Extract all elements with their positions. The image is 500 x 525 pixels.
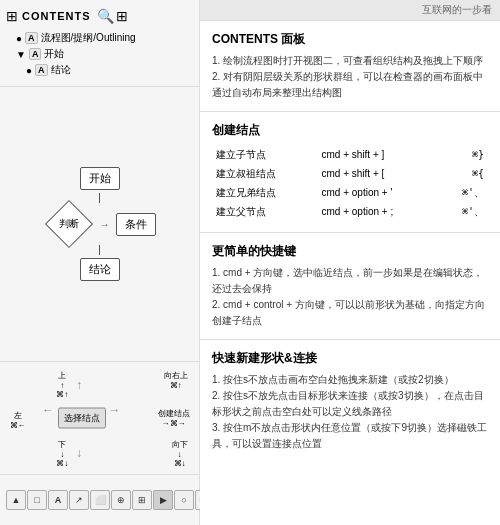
bullet-icon: ● [16, 33, 22, 44]
nav-left-label: 左 [10, 410, 26, 421]
toolbar-line-btn[interactable]: ↗ [69, 490, 89, 510]
contents-header: ⊞ CONTENTS 🔍 ⊞ [6, 8, 193, 24]
contents-title: CONTENTS [22, 10, 91, 22]
section3-title: 更简单的快捷键 [212, 243, 488, 260]
nav-bottom: 下 ↓⌘↓ [56, 439, 68, 468]
shortcut-row-4: 建立父节点 cmd + option + ; ⌘'、 [214, 203, 486, 220]
shortcut-action-1: 建立子节点 [214, 146, 317, 163]
nav-bottom-kbd: ↓⌘↓ [56, 450, 68, 468]
create-node-kbd: →⌘→ [158, 419, 190, 428]
arrow-left-icon: ← [42, 403, 54, 417]
fc-arrow-1 [99, 193, 101, 203]
fc-node-condition: 条件 [116, 213, 156, 236]
shortcut-keys-4: cmd + option + ; [319, 203, 441, 220]
shortcut-symbol-4: ⌘'、 [444, 203, 486, 220]
shortcut-keys-2: cmd + shift + [ [319, 165, 441, 182]
section4-title: 快速新建形状&连接 [212, 350, 488, 367]
toolbar-section: ▲ □ A ↗ ⬜ ⊕ ⊞ ▶ ○ 🔍 ⊕ 1 2 3 [0, 475, 199, 525]
flowchart-section: 开始 判断 → 条件 结论 [0, 87, 199, 362]
nav-top-label: 上 [56, 370, 68, 381]
nav-topright-kbd: ⌘↑ [164, 381, 188, 390]
shortcut-row-1: 建立子节点 cmd + shift + ] ⌘} [214, 146, 486, 163]
banner-text: 互联网的一步看 [422, 4, 492, 15]
top-banner: 互联网的一步看 [200, 0, 500, 21]
fc-node-start: 开始 [80, 167, 120, 190]
create-node-label: 创建结点 [158, 408, 190, 419]
right-section-create: 创建结点 建立子节点 cmd + shift + ] ⌘} 建立叔祖结点 cmd… [200, 112, 500, 233]
section1-title: CONTENTS 面板 [212, 31, 488, 48]
toolbar-plus-btn[interactable]: ⊕ [111, 490, 131, 510]
nav-bottomright-label: 向下 [172, 439, 188, 450]
section1-text: 1. 绘制流程图时打开视图二，可查看组织结构及拖拽上下顺序 2. 对有阴阳层级关… [212, 53, 488, 101]
fc-diamond-judge: 判断 [59, 217, 79, 231]
shortcut-action-4: 建立父节点 [214, 203, 317, 220]
toolbar-play-btn[interactable]: ▶ [153, 490, 173, 510]
shortcut-symbol-2: ⌘{ [444, 165, 486, 182]
nav-center: 选择结点 [58, 408, 106, 429]
tree-item-flow[interactable]: ● A 流程图/提纲/Outlining [6, 30, 193, 46]
expand-icon: ▼ [16, 49, 26, 60]
grid-icon[interactable]: ⊞ [116, 8, 128, 24]
fc-row-judge: 判断 → 条件 [44, 206, 156, 242]
shortcut-row-2: 建立叔祖结点 cmd + shift + [ ⌘{ [214, 165, 486, 182]
toolbar-rect-btn[interactable]: □ [27, 490, 47, 510]
nav-right: 创建结点 →⌘→ [158, 408, 190, 428]
arrow-right-icon: → [109, 403, 121, 417]
right-section-contents: CONTENTS 面板 1. 绘制流程图时打开视图二，可查看组织结构及拖拽上下顺… [200, 21, 500, 112]
nav-bottomright-kbd: ↓⌘↓ [172, 450, 188, 468]
nav-topright-label: 向右上 [164, 370, 188, 381]
section2-title: 创建结点 [212, 122, 488, 139]
header-icons: 🔍 ⊞ [97, 8, 128, 24]
flowchart: 开始 判断 → 条件 结论 [44, 167, 156, 281]
nav-top-kbd: ↑⌘↑ [56, 381, 68, 399]
shortcut-symbol-1: ⌘} [444, 146, 486, 163]
shortcut-action-3: 建立兄弟结点 [214, 184, 317, 201]
arrow-up-icon: ↑ [76, 378, 82, 392]
toolbar-circle-btn[interactable]: ○ [174, 490, 194, 510]
section3-text: 1. cmd + 方向键，选中临近结点，前一步如果是在编辑状态，还过去会保持 2… [212, 265, 488, 329]
search-icon[interactable]: 🔍 [97, 8, 114, 24]
contents-section: ⊞ CONTENTS 🔍 ⊞ ● A 流程图/提纲/Outlining ▼ A … [0, 0, 199, 87]
nav-bottom-label: 下 [56, 439, 68, 450]
nav-left-kbd: ⌘← [10, 421, 26, 430]
toolbar-text-btn[interactable]: A [48, 490, 68, 510]
bullet-sub-icon: ● [26, 65, 32, 76]
shortcut-row-3: 建立兄弟结点 cmd + option + ' ⌘'、 [214, 184, 486, 201]
shortcut-action-2: 建立叔祖结点 [214, 165, 317, 182]
nav-bottom-right: 向下 ↓⌘↓ [172, 439, 188, 468]
nav-top-right: 向右上 ⌘↑ [164, 370, 188, 390]
tree-item-start[interactable]: ▼ A 开始 [6, 46, 193, 62]
nav-shortcut-section: 选择结点 上 ↑⌘↑ 向右上 ⌘↑ 左 ⌘← [0, 362, 199, 475]
left-panel: ⊞ CONTENTS 🔍 ⊞ ● A 流程图/提纲/Outlining ▼ A … [0, 0, 200, 525]
tree-item-conclusion[interactable]: ● A 结论 [6, 62, 193, 78]
shortcut-table: 建立子节点 cmd + shift + ] ⌘} 建立叔祖结点 cmd + sh… [212, 144, 488, 222]
toolbar-shape2-btn[interactable]: ⬜ [90, 490, 110, 510]
fc-arrow-right: → [100, 219, 110, 230]
tree-label-start: 开始 [44, 47, 64, 61]
fc-node-conclusion: 结论 [80, 258, 120, 281]
nav-top: 上 ↑⌘↑ [56, 370, 68, 399]
arrow-down-icon: ↓ [76, 446, 82, 460]
shortcut-keys-1: cmd + shift + ] [319, 146, 441, 163]
toolbar-select-btn[interactable]: ▲ [6, 490, 26, 510]
right-panel: 互联网的一步看 CONTENTS 面板 1. 绘制流程图时打开视图二，可查看组织… [200, 0, 500, 525]
right-section-simpler: 更简单的快捷键 1. cmd + 方向键，选中临近结点，前一步如果是在编辑状态，… [200, 233, 500, 340]
fc-arrow-2 [99, 245, 101, 255]
toolbar-grid-btn[interactable]: ⊞ [132, 490, 152, 510]
nav-diagram: 选择结点 上 ↑⌘↑ 向右上 ⌘↑ 左 ⌘← [10, 368, 190, 468]
tree-label-conclusion: 结论 [51, 63, 71, 77]
right-section-quick: 快速新建形状&连接 1. 按住s不放点击画布空白处拖拽来新建（或按2切换） 2.… [200, 340, 500, 525]
tree-label: 流程图/提纲/Outlining [41, 31, 136, 45]
shortcut-symbol-3: ⌘'、 [444, 184, 486, 201]
shortcut-keys-3: cmd + option + ' [319, 184, 441, 201]
section4-text: 1. 按住s不放点击画布空白处拖拽来新建（或按2切换） 2. 按住s不放先点击目… [212, 372, 488, 452]
nav-left: 左 ⌘← [10, 410, 26, 430]
